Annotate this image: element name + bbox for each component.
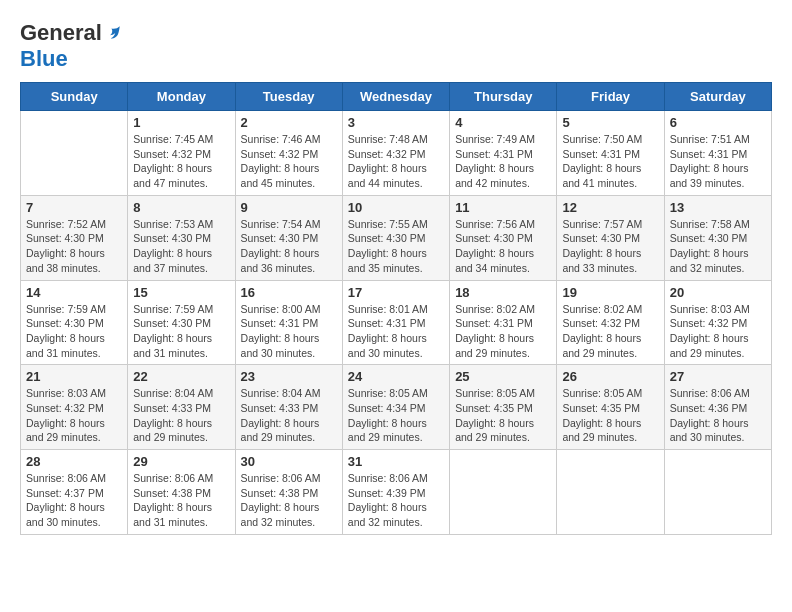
day-number: 3 <box>348 115 444 130</box>
calendar-cell: 22Sunrise: 8:04 AM Sunset: 4:33 PM Dayli… <box>128 365 235 450</box>
day-number: 2 <box>241 115 337 130</box>
day-info: Sunrise: 7:49 AM Sunset: 4:31 PM Dayligh… <box>455 132 551 191</box>
day-number: 17 <box>348 285 444 300</box>
calendar-cell: 13Sunrise: 7:58 AM Sunset: 4:30 PM Dayli… <box>664 195 771 280</box>
day-info: Sunrise: 7:50 AM Sunset: 4:31 PM Dayligh… <box>562 132 658 191</box>
day-number: 26 <box>562 369 658 384</box>
day-info: Sunrise: 8:03 AM Sunset: 4:32 PM Dayligh… <box>670 302 766 361</box>
calendar-cell: 29Sunrise: 8:06 AM Sunset: 4:38 PM Dayli… <box>128 450 235 535</box>
day-number: 15 <box>133 285 229 300</box>
day-number: 1 <box>133 115 229 130</box>
day-number: 22 <box>133 369 229 384</box>
day-info: Sunrise: 7:45 AM Sunset: 4:32 PM Dayligh… <box>133 132 229 191</box>
day-info: Sunrise: 7:59 AM Sunset: 4:30 PM Dayligh… <box>133 302 229 361</box>
day-number: 4 <box>455 115 551 130</box>
day-info: Sunrise: 8:03 AM Sunset: 4:32 PM Dayligh… <box>26 386 122 445</box>
day-number: 29 <box>133 454 229 469</box>
weekday-header-row: SundayMondayTuesdayWednesdayThursdayFrid… <box>21 83 772 111</box>
day-info: Sunrise: 8:05 AM Sunset: 4:35 PM Dayligh… <box>562 386 658 445</box>
day-info: Sunrise: 7:57 AM Sunset: 4:30 PM Dayligh… <box>562 217 658 276</box>
day-number: 23 <box>241 369 337 384</box>
day-number: 5 <box>562 115 658 130</box>
calendar-cell: 6Sunrise: 7:51 AM Sunset: 4:31 PM Daylig… <box>664 111 771 196</box>
calendar-cell: 9Sunrise: 7:54 AM Sunset: 4:30 PM Daylig… <box>235 195 342 280</box>
day-info: Sunrise: 8:00 AM Sunset: 4:31 PM Dayligh… <box>241 302 337 361</box>
day-number: 16 <box>241 285 337 300</box>
calendar-cell: 21Sunrise: 8:03 AM Sunset: 4:32 PM Dayli… <box>21 365 128 450</box>
day-number: 11 <box>455 200 551 215</box>
calendar-cell: 7Sunrise: 7:52 AM Sunset: 4:30 PM Daylig… <box>21 195 128 280</box>
logo-general: General <box>20 20 102 46</box>
calendar-cell: 11Sunrise: 7:56 AM Sunset: 4:30 PM Dayli… <box>450 195 557 280</box>
day-info: Sunrise: 8:02 AM Sunset: 4:31 PM Dayligh… <box>455 302 551 361</box>
calendar-cell: 5Sunrise: 7:50 AM Sunset: 4:31 PM Daylig… <box>557 111 664 196</box>
logo: General Blue <box>20 20 122 72</box>
day-number: 6 <box>670 115 766 130</box>
day-number: 10 <box>348 200 444 215</box>
day-number: 21 <box>26 369 122 384</box>
calendar-cell: 19Sunrise: 8:02 AM Sunset: 4:32 PM Dayli… <box>557 280 664 365</box>
day-info: Sunrise: 7:51 AM Sunset: 4:31 PM Dayligh… <box>670 132 766 191</box>
day-number: 18 <box>455 285 551 300</box>
weekday-header-tuesday: Tuesday <box>235 83 342 111</box>
day-info: Sunrise: 7:55 AM Sunset: 4:30 PM Dayligh… <box>348 217 444 276</box>
day-number: 30 <box>241 454 337 469</box>
calendar-cell: 23Sunrise: 8:04 AM Sunset: 4:33 PM Dayli… <box>235 365 342 450</box>
day-number: 19 <box>562 285 658 300</box>
calendar-cell: 1Sunrise: 7:45 AM Sunset: 4:32 PM Daylig… <box>128 111 235 196</box>
day-number: 12 <box>562 200 658 215</box>
calendar-cell: 12Sunrise: 7:57 AM Sunset: 4:30 PM Dayli… <box>557 195 664 280</box>
day-number: 27 <box>670 369 766 384</box>
calendar-cell: 16Sunrise: 8:00 AM Sunset: 4:31 PM Dayli… <box>235 280 342 365</box>
day-info: Sunrise: 8:04 AM Sunset: 4:33 PM Dayligh… <box>241 386 337 445</box>
calendar-body: 1Sunrise: 7:45 AM Sunset: 4:32 PM Daylig… <box>21 111 772 535</box>
calendar-cell: 26Sunrise: 8:05 AM Sunset: 4:35 PM Dayli… <box>557 365 664 450</box>
calendar-week-5: 28Sunrise: 8:06 AM Sunset: 4:37 PM Dayli… <box>21 450 772 535</box>
calendar-cell <box>21 111 128 196</box>
calendar-week-2: 7Sunrise: 7:52 AM Sunset: 4:30 PM Daylig… <box>21 195 772 280</box>
weekday-header-saturday: Saturday <box>664 83 771 111</box>
calendar-cell: 2Sunrise: 7:46 AM Sunset: 4:32 PM Daylig… <box>235 111 342 196</box>
calendar-cell: 20Sunrise: 8:03 AM Sunset: 4:32 PM Dayli… <box>664 280 771 365</box>
calendar-cell <box>664 450 771 535</box>
day-info: Sunrise: 8:06 AM Sunset: 4:39 PM Dayligh… <box>348 471 444 530</box>
day-number: 7 <box>26 200 122 215</box>
day-info: Sunrise: 7:53 AM Sunset: 4:30 PM Dayligh… <box>133 217 229 276</box>
day-number: 8 <box>133 200 229 215</box>
day-number: 28 <box>26 454 122 469</box>
day-info: Sunrise: 8:06 AM Sunset: 4:38 PM Dayligh… <box>133 471 229 530</box>
day-number: 20 <box>670 285 766 300</box>
weekday-header-sunday: Sunday <box>21 83 128 111</box>
calendar-cell: 30Sunrise: 8:06 AM Sunset: 4:38 PM Dayli… <box>235 450 342 535</box>
calendar-cell: 14Sunrise: 7:59 AM Sunset: 4:30 PM Dayli… <box>21 280 128 365</box>
calendar-cell: 25Sunrise: 8:05 AM Sunset: 4:35 PM Dayli… <box>450 365 557 450</box>
day-info: Sunrise: 8:06 AM Sunset: 4:38 PM Dayligh… <box>241 471 337 530</box>
day-info: Sunrise: 7:56 AM Sunset: 4:30 PM Dayligh… <box>455 217 551 276</box>
day-info: Sunrise: 7:46 AM Sunset: 4:32 PM Dayligh… <box>241 132 337 191</box>
day-number: 14 <box>26 285 122 300</box>
calendar-cell <box>557 450 664 535</box>
calendar-table: SundayMondayTuesdayWednesdayThursdayFrid… <box>20 82 772 535</box>
calendar-cell: 15Sunrise: 7:59 AM Sunset: 4:30 PM Dayli… <box>128 280 235 365</box>
calendar-week-3: 14Sunrise: 7:59 AM Sunset: 4:30 PM Dayli… <box>21 280 772 365</box>
calendar-cell: 24Sunrise: 8:05 AM Sunset: 4:34 PM Dayli… <box>342 365 449 450</box>
logo-blue: Blue <box>20 46 122 72</box>
calendar-cell: 17Sunrise: 8:01 AM Sunset: 4:31 PM Dayli… <box>342 280 449 365</box>
day-info: Sunrise: 7:52 AM Sunset: 4:30 PM Dayligh… <box>26 217 122 276</box>
day-number: 24 <box>348 369 444 384</box>
logo-bird-icon <box>104 24 122 42</box>
day-info: Sunrise: 8:01 AM Sunset: 4:31 PM Dayligh… <box>348 302 444 361</box>
day-info: Sunrise: 8:02 AM Sunset: 4:32 PM Dayligh… <box>562 302 658 361</box>
calendar-cell: 18Sunrise: 8:02 AM Sunset: 4:31 PM Dayli… <box>450 280 557 365</box>
weekday-header-monday: Monday <box>128 83 235 111</box>
day-info: Sunrise: 7:48 AM Sunset: 4:32 PM Dayligh… <box>348 132 444 191</box>
day-info: Sunrise: 8:06 AM Sunset: 4:36 PM Dayligh… <box>670 386 766 445</box>
day-info: Sunrise: 8:06 AM Sunset: 4:37 PM Dayligh… <box>26 471 122 530</box>
day-info: Sunrise: 7:58 AM Sunset: 4:30 PM Dayligh… <box>670 217 766 276</box>
calendar-week-1: 1Sunrise: 7:45 AM Sunset: 4:32 PM Daylig… <box>21 111 772 196</box>
day-info: Sunrise: 8:04 AM Sunset: 4:33 PM Dayligh… <box>133 386 229 445</box>
weekday-header-friday: Friday <box>557 83 664 111</box>
page-header: General Blue <box>20 20 772 72</box>
calendar-cell: 31Sunrise: 8:06 AM Sunset: 4:39 PM Dayli… <box>342 450 449 535</box>
calendar-cell: 3Sunrise: 7:48 AM Sunset: 4:32 PM Daylig… <box>342 111 449 196</box>
